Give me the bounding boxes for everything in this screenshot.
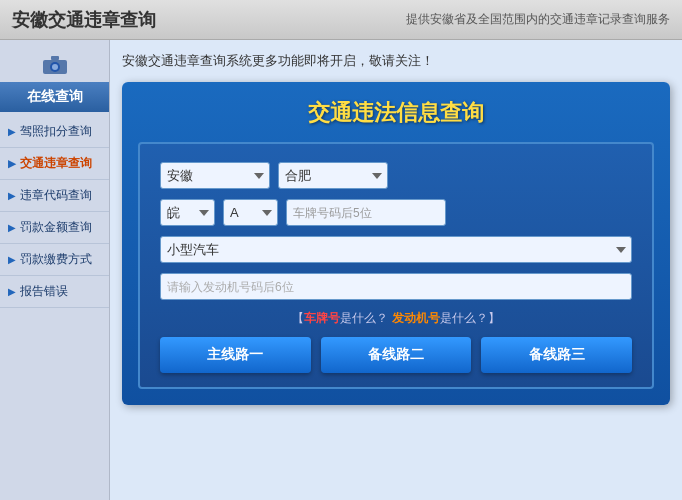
city-select[interactable]: 合肥 芜湖 蚌埠 xyxy=(278,162,388,189)
content-area: 安徽交通违章查询系统更多功能即将开启，敬请关注！ 交通违法信息查询 安徽 北京 … xyxy=(110,40,682,500)
engine-hint-link[interactable]: 发动机号 xyxy=(392,311,440,325)
query-card-title: 交通违法信息查询 xyxy=(138,98,654,128)
sidebar-label: 违章代码查询 xyxy=(20,187,92,204)
sidebar: 在线查询 ▶ 驾照扣分查询 ▶ 交通违章查询 ▶ 违章代码查询 ▶ 罚款金额查询… xyxy=(0,40,110,500)
sidebar-label: 罚款金额查询 xyxy=(20,219,92,236)
engine-input[interactable] xyxy=(160,273,632,300)
sidebar-item-amount[interactable]: ▶ 罚款金额查询 xyxy=(0,212,109,244)
backup-route-3-button[interactable]: 备线路三 xyxy=(481,337,632,373)
hint-row: 【车牌号是什么？ 发动机号是什么？】 xyxy=(160,310,632,327)
query-card: 交通违法信息查询 安徽 北京 上海 广东 合肥 芜湖 蚌埠 xyxy=(122,82,670,405)
sidebar-label: 报告错误 xyxy=(20,283,68,300)
province-city-row: 安徽 北京 上海 广东 合肥 芜湖 蚌埠 xyxy=(160,162,632,189)
svg-rect-3 xyxy=(51,56,59,60)
car-type-select[interactable]: 小型汽车 大型汽车 摩托车 xyxy=(160,236,632,263)
arrow-icon: ▶ xyxy=(8,222,16,233)
main-layout: 在线查询 ▶ 驾照扣分查询 ▶ 交通违章查询 ▶ 违章代码查询 ▶ 罚款金额查询… xyxy=(0,40,682,500)
sidebar-item-deduction[interactable]: ▶ 驾照扣分查询 xyxy=(0,116,109,148)
province-select[interactable]: 安徽 北京 上海 广东 xyxy=(160,162,270,189)
button-row: 主线路一 备线路二 备线路三 xyxy=(160,337,632,373)
sidebar-item-violation[interactable]: ▶ 交通违章查询 xyxy=(0,148,109,180)
plate-prefix-select[interactable]: 皖 京 沪 xyxy=(160,199,215,226)
plate-hint-link[interactable]: 车牌号 xyxy=(304,311,340,325)
engine-row xyxy=(160,273,632,300)
camera-icon xyxy=(41,54,69,76)
arrow-icon: ▶ xyxy=(8,126,16,137)
app-title: 安徽交通违章查询 xyxy=(12,8,156,32)
camera-icon-wrap xyxy=(0,48,109,82)
sidebar-item-report[interactable]: ▶ 报告错误 xyxy=(0,276,109,308)
car-type-row: 小型汽车 大型汽车 摩托车 xyxy=(160,236,632,263)
svg-point-2 xyxy=(52,64,58,70)
app-subtitle: 提供安徽省及全国范围内的交通违章记录查询服务 xyxy=(406,11,670,28)
sidebar-label: 驾照扣分查询 xyxy=(20,123,92,140)
query-inner: 安徽 北京 上海 广东 合肥 芜湖 蚌埠 皖 京 xyxy=(138,142,654,389)
primary-route-button[interactable]: 主线路一 xyxy=(160,337,311,373)
sidebar-label: 罚款缴费方式 xyxy=(20,251,92,268)
notice-text: 安徽交通违章查询系统更多功能即将开启，敬请关注！ xyxy=(122,52,670,70)
plate-letter-select[interactable]: A B C D E xyxy=(223,199,278,226)
arrow-icon: ▶ xyxy=(8,190,16,201)
sidebar-header: 在线查询 xyxy=(0,82,109,112)
sidebar-item-payment[interactable]: ▶ 罚款缴费方式 xyxy=(0,244,109,276)
plate-number-input[interactable] xyxy=(286,199,446,226)
arrow-icon: ▶ xyxy=(8,254,16,265)
sidebar-label: 交通违章查询 xyxy=(20,155,92,172)
backup-route-2-button[interactable]: 备线路二 xyxy=(321,337,472,373)
arrow-icon: ▶ xyxy=(8,286,16,297)
sidebar-item-code[interactable]: ▶ 违章代码查询 xyxy=(0,180,109,212)
top-header: 安徽交通违章查询 提供安徽省及全国范围内的交通违章记录查询服务 xyxy=(0,0,682,40)
plate-row: 皖 京 沪 A B C D E xyxy=(160,199,632,226)
arrow-icon: ▶ xyxy=(8,158,16,169)
